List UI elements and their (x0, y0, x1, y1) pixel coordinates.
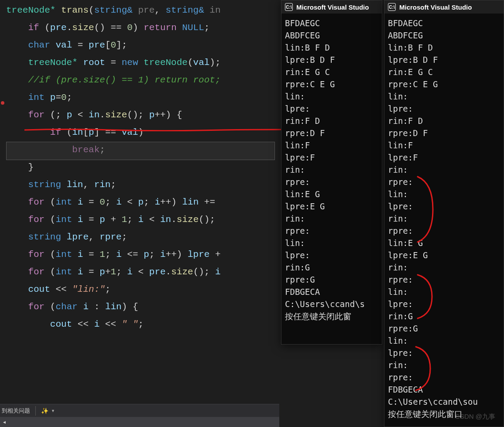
code-line-15: for (int i = p + 1; i < in.size(); (6, 211, 279, 229)
code-editor[interactable]: treeNode* trans(string& pre, string& in … (0, 0, 279, 403)
terminal-2-titlebar[interactable]: C:\ Microsoft Visual Studio (384, 0, 504, 14)
terminal-icon: C:\ (388, 3, 396, 11)
code-line-5: treeNode* root = new treeNode(val); (6, 54, 279, 72)
terminal-2-output: BFDAEGC ABDFCEG lin:B F D lpre:B D F rin… (384, 14, 504, 423)
status-bar: 到相关问题 ✨ ▼ (0, 404, 279, 417)
terminal-1-titlebar[interactable]: C:\ Microsoft Visual Studio (281, 0, 382, 14)
code-line-11: } (6, 159, 279, 176)
code-line-6: //if (pre.size() == 1) return root; (6, 72, 279, 89)
code-line-10: break; (6, 141, 279, 159)
code-line-21: cout << "lin:"; (6, 281, 279, 298)
breakpoint-marker[interactable] (1, 101, 4, 105)
dropdown-arrow-icon[interactable]: ▼ (51, 409, 55, 413)
code-line-22: for (char i : lin) { (6, 298, 279, 316)
terminal-icon: C:\ (285, 3, 293, 11)
terminal-1-output: BFDAEGC ABDFCEG lin:B F D lpre:B D F rin… (281, 14, 382, 325)
status-separator (35, 406, 36, 416)
code-line-4: char val = pre[0]; (6, 37, 279, 54)
scroll-left-arrow-icon[interactable]: ◀ (0, 418, 9, 427)
code-line-19: for (int i = p+1; i < pre.size(); i (6, 263, 279, 281)
terminal-window-1[interactable]: C:\ Microsoft Visual Studio BFDAEGC ABDF… (281, 0, 382, 345)
horizontal-scrollbar[interactable]: ◀ (0, 417, 279, 427)
code-line-1: treeNode* trans(string& pre, string& in (6, 2, 279, 19)
code-line-17: string lpre, rpre; (6, 229, 279, 246)
terminal-1-title: Microsoft Visual Studio (296, 3, 369, 11)
code-line-18: for (int i = 1; i <= p; i++) lpre + (6, 246, 279, 263)
code-line-14: for (int i = 0; i < p; i++) lin += (6, 194, 279, 211)
wand-icon[interactable]: ✨ (41, 407, 48, 414)
code-line-23: cout << i << " "; (6, 316, 279, 333)
terminal-window-2[interactable]: C:\ Microsoft Visual Studio BFDAEGC ABDF… (384, 0, 504, 427)
code-line-2: if (pre.size() == 0) return NULL; (6, 19, 279, 37)
code-line-9: if (in[p] == val) (6, 124, 279, 141)
terminal-2-title: Microsoft Visual Studio (399, 3, 472, 11)
red-underline-annotation (24, 103, 282, 106)
code-line-13: string lin, rin; (6, 176, 279, 194)
status-text: 到相关问题 (0, 407, 30, 415)
